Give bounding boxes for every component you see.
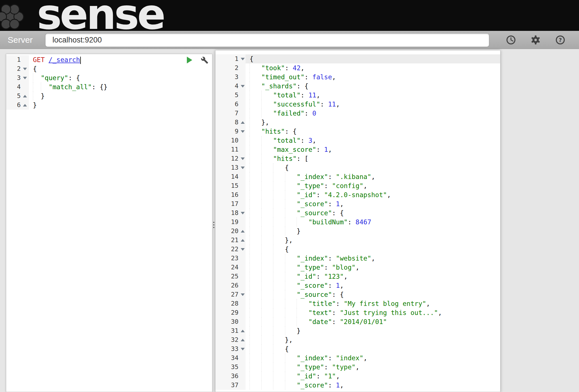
fold-spacer — [240, 73, 246, 82]
response-code-line: 19"buildNum": 8467 — [215, 218, 500, 227]
response-code-line: 25"_id": "123", — [215, 272, 500, 281]
line-number: 3 — [215, 73, 240, 82]
fold-down-icon[interactable] — [22, 73, 29, 82]
line-number: 2 — [6, 64, 22, 73]
request-options-button[interactable] — [200, 56, 208, 64]
code-text: "failed": 0 — [246, 109, 500, 118]
fold-spacer — [240, 353, 246, 363]
line-number: 8 — [215, 118, 240, 127]
fold-down-icon[interactable] — [240, 344, 246, 353]
fold-down-icon[interactable] — [240, 290, 246, 299]
code-text: "_index": "index", — [246, 353, 500, 363]
code-text: { — [246, 54, 500, 63]
line-number: 5 — [215, 91, 240, 100]
text-cursor — [80, 57, 81, 64]
response-code-line: 37"_score": 1, — [215, 381, 500, 390]
fold-up-icon[interactable] — [22, 91, 29, 101]
code-text: GET /_search — [29, 55, 212, 64]
history-icon[interactable] — [506, 35, 516, 45]
fold-spacer — [240, 172, 246, 181]
line-number: 1 — [6, 55, 22, 64]
line-number: 14 — [215, 172, 240, 181]
fold-up-icon[interactable] — [240, 118, 246, 127]
code-text: "_type": "blog", — [246, 263, 500, 272]
line-number: 15 — [215, 181, 240, 190]
code-text: { — [29, 64, 212, 73]
send-request-button[interactable] — [185, 56, 193, 64]
line-number: 24 — [215, 263, 240, 272]
fold-down-icon[interactable] — [240, 208, 246, 218]
fold-spacer — [240, 63, 246, 73]
server-input[interactable] — [45, 33, 489, 47]
line-number: 4 — [6, 82, 22, 91]
line-number: 25 — [215, 272, 240, 281]
fold-down-icon[interactable] — [240, 163, 246, 172]
fold-spacer — [240, 190, 246, 199]
svg-text:?: ? — [559, 37, 562, 43]
gear-icon[interactable] — [531, 35, 541, 45]
fold-down-icon[interactable] — [240, 127, 246, 136]
code-text: "timed_out": false, — [246, 73, 500, 82]
code-text: "_score": 1, — [246, 381, 500, 390]
fold-spacer — [240, 254, 246, 263]
code-text: "_type": "config", — [246, 181, 500, 190]
fold-down-icon[interactable] — [22, 64, 29, 73]
response-code-line: 9"hits": { — [215, 127, 500, 136]
line-number: 6 — [6, 101, 22, 110]
code-text: "_score": 1, — [246, 281, 500, 290]
response-code-line: 15"_type": "config", — [215, 181, 500, 190]
code-text: }, — [246, 335, 500, 344]
fold-up-icon[interactable] — [240, 326, 246, 335]
response-code-line: 34"_index": "index", — [215, 353, 500, 363]
line-number: 34 — [215, 353, 240, 363]
panel-resizer-handle[interactable] — [212, 218, 215, 231]
request-editor[interactable]: 1GET /_search2{3"query": {4"match_all": … — [6, 54, 212, 392]
request-code-line: 1GET /_search — [6, 55, 212, 64]
line-number: 27 — [215, 290, 240, 299]
response-code-line: 26"_score": 1, — [215, 281, 500, 290]
response-code-line: 20} — [215, 227, 500, 236]
request-code-line: 6} — [6, 101, 212, 110]
line-number: 4 — [215, 82, 240, 91]
wrench-icon — [201, 56, 208, 64]
app-header: sense — [0, 0, 579, 31]
response-code-line: 21}, — [215, 236, 500, 245]
code-text: "_type": "type", — [246, 363, 500, 372]
fold-spacer — [240, 381, 246, 390]
response-code-line: 33{ — [215, 344, 500, 353]
request-code-line: 2{ — [6, 64, 212, 73]
logo-text: sense — [37, 0, 164, 31]
response-code-line: 30"date": "2014/01/01" — [215, 317, 500, 326]
help-icon[interactable]: ? — [555, 35, 565, 45]
fold-spacer — [240, 372, 246, 381]
line-number: 26 — [215, 281, 240, 290]
code-text: "buildNum": 8467 — [246, 218, 500, 227]
fold-up-icon[interactable] — [240, 335, 246, 344]
fold-up-icon[interactable] — [240, 227, 246, 236]
line-number: 10 — [215, 136, 240, 145]
response-output: 1{2"took": 42,3"timed_out": false,4"_sha… — [215, 50, 500, 392]
fold-spacer — [240, 299, 246, 308]
line-number: 31 — [215, 326, 240, 335]
code-text: "date": "2014/01/01" — [246, 317, 500, 326]
fold-down-icon[interactable] — [240, 245, 246, 254]
code-text: "successful": 11, — [246, 100, 500, 109]
code-text: "_index": "website", — [246, 254, 500, 263]
code-text: }, — [246, 236, 500, 245]
line-number: 21 — [215, 236, 240, 245]
fold-down-icon[interactable] — [240, 82, 246, 91]
request-code-line: 3"query": { — [6, 73, 212, 82]
response-output-lines: 1{2"took": 42,3"timed_out": false,4"_sha… — [215, 50, 500, 390]
fold-spacer — [240, 363, 246, 372]
line-number: 13 — [215, 163, 240, 172]
code-text: "_index": ".kibana", — [246, 172, 500, 181]
response-code-line: 4"_shards": { — [215, 82, 500, 91]
fold-up-icon[interactable] — [240, 236, 246, 245]
fold-down-icon[interactable] — [240, 54, 246, 63]
fold-up-icon[interactable] — [22, 101, 29, 110]
line-number: 23 — [215, 254, 240, 263]
response-code-line: 16"_id": "4.2.0-snapshot", — [215, 190, 500, 199]
fold-down-icon[interactable] — [240, 154, 246, 163]
line-number: 30 — [215, 317, 240, 326]
code-text: "query": { — [29, 73, 212, 82]
